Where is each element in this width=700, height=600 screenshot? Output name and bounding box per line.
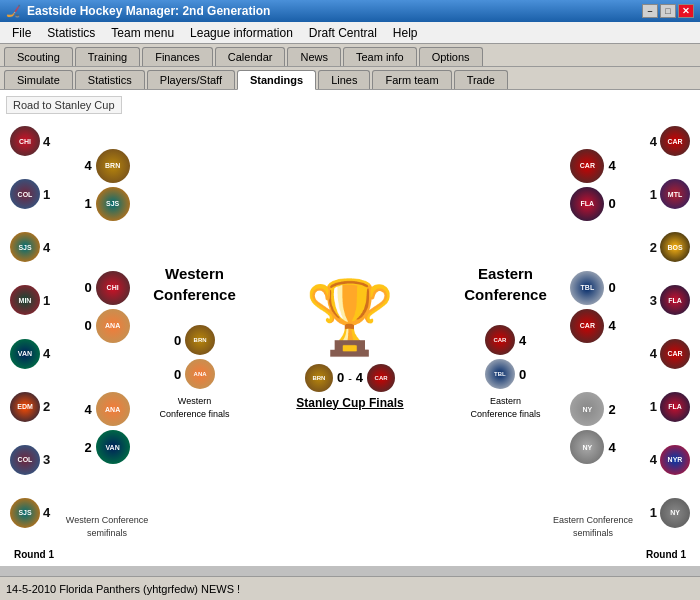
round1-left: CHI 4 COL 1 SJS 4 MIN 1 VAN 4 [6, 120, 62, 564]
tab-statistics[interactable]: Statistics [75, 70, 145, 89]
r2-right-pair1: CAR 4 FLA 0 [548, 145, 638, 225]
menu-league-information[interactable]: League information [182, 24, 301, 42]
score-sjs2: 4 [43, 505, 50, 520]
score-van: 4 [43, 346, 50, 361]
logo-car3: CAR [570, 149, 604, 183]
stanley-cup-finals-label: Stanley Cup Finals [296, 396, 403, 410]
ecf-score1: 4 [519, 333, 526, 348]
score-sjs: 4 [43, 240, 50, 255]
tab-team-info[interactable]: Team info [343, 47, 417, 66]
r2-score-brn: 4 [84, 158, 91, 173]
wcf-score1: 0 [174, 333, 181, 348]
r2-score-ana: 0 [84, 318, 91, 333]
round1-right: CAR 4 MTL 1 BOS 2 FLA 3 CAR 4 [638, 120, 694, 564]
menu-statistics[interactable]: Statistics [39, 24, 103, 42]
logo-sjs3: SJS [96, 187, 130, 221]
trophy-icon: 🏆 [305, 275, 395, 360]
r1-team-sjs2: SJS 4 [6, 496, 62, 530]
main-content: Road to Stanley Cup CHI 4 COL 1 SJS 4 MI… [0, 90, 700, 566]
tab-finances[interactable]: Finances [142, 47, 213, 66]
tab-calendar[interactable]: Calendar [215, 47, 286, 66]
logo-fla2: FLA [660, 392, 690, 422]
r2-score-chi2: 0 [84, 280, 91, 295]
ecf-score2: 0 [519, 367, 526, 382]
round2-right: CAR 4 FLA 0 TBL 0 CAR 4 [548, 120, 638, 564]
r2-score-van2: 2 [84, 440, 91, 455]
center-col: 🏆 BRN 0 - 4 CAR Stanley Cup Finals [237, 120, 463, 564]
menu-team-menu[interactable]: Team menu [103, 24, 182, 42]
close-button[interactable]: ✕ [678, 4, 694, 18]
r2r-score-tbl: 0 [608, 280, 615, 295]
tab-news[interactable]: News [287, 47, 341, 66]
r2-left-pair3: 4 ANA 2 VAN [62, 388, 152, 468]
ecf-label: EasternConference finals [470, 395, 540, 420]
logo-tbl: TBL [570, 271, 604, 305]
menu-bar: File Statistics Team menu League informa… [0, 22, 700, 44]
tab-lines[interactable]: Lines [318, 70, 370, 89]
r2r-score-fla: 0 [608, 196, 615, 211]
score-col2: 3 [43, 452, 50, 467]
r1-team-bos: BOS 2 [638, 230, 694, 264]
maximize-button[interactable]: □ [660, 4, 676, 18]
title-bar: 🏒 Eastside Hockey Manager: 2nd Generatio… [0, 0, 700, 22]
tab-options[interactable]: Options [419, 47, 483, 66]
r1-team-car: CAR 4 [638, 124, 694, 158]
logo-col: COL [10, 179, 40, 209]
logo-ecf2: TBL [485, 359, 515, 389]
minimize-button[interactable]: – [642, 4, 658, 18]
r1-team-fla: FLA 3 [638, 283, 694, 317]
logo-gen2: NY [570, 392, 604, 426]
logo-bos: BOS [660, 232, 690, 262]
tab-standings[interactable]: Standings [237, 70, 316, 90]
score-gen: 1 [650, 505, 657, 520]
logo-ana: ANA [96, 309, 130, 343]
logo-gen: NY [660, 498, 690, 528]
bracket-container: CHI 4 COL 1 SJS 4 MIN 1 VAN 4 [6, 120, 694, 564]
menu-file[interactable]: File [4, 24, 39, 42]
score-nyr: 4 [650, 452, 657, 467]
round2-left: 4 BRN 1 SJS 0 CHI 0 ANA [62, 120, 152, 564]
menu-help[interactable]: Help [385, 24, 426, 42]
r2r-score-car2: 4 [608, 318, 615, 333]
score-bos: 2 [650, 240, 657, 255]
tab-scouting[interactable]: Scouting [4, 47, 73, 66]
r1-team-edm: EDM 2 [6, 390, 62, 424]
logo-finals-e: CAR [367, 364, 395, 392]
r1-team-col2: COL 3 [6, 443, 62, 477]
east-semi-label: Eastern Conferencesemifinals [553, 514, 633, 539]
menu-draft-central[interactable]: Draft Central [301, 24, 385, 42]
score-edm: 2 [43, 399, 50, 414]
score-min: 1 [43, 293, 50, 308]
r2-right-pair3: NY 2 NY 4 [548, 388, 638, 468]
eastern-conference-label: EasternConference [464, 263, 547, 305]
score-fla2: 1 [650, 399, 657, 414]
tab-farm-team[interactable]: Farm team [372, 70, 451, 89]
r1-team-car2: CAR 4 [638, 337, 694, 371]
road-to-stanley-cup-label: Road to Stanley Cup [6, 96, 122, 114]
logo-sjs2: SJS [10, 498, 40, 528]
score-col: 1 [43, 187, 50, 202]
logo-min: MIN [10, 285, 40, 315]
logo-finals-w: BRN [305, 364, 333, 392]
logo-col2: COL [10, 445, 40, 475]
score-fla: 3 [650, 293, 657, 308]
r1-team-nyr: NYR 4 [638, 443, 694, 477]
logo-car4: CAR [570, 309, 604, 343]
r1-team-col: COL 1 [6, 177, 62, 211]
tab-simulate[interactable]: Simulate [4, 70, 73, 89]
score-car: 4 [650, 134, 657, 149]
logo-wcf1: BRN [185, 325, 215, 355]
app-icon: 🏒 [6, 4, 21, 18]
tab-training[interactable]: Training [75, 47, 140, 66]
wcf-score2: 0 [174, 367, 181, 382]
tab-trade[interactable]: Trade [454, 70, 508, 89]
tab-players-staff[interactable]: Players/Staff [147, 70, 235, 89]
logo-ana2: ANA [96, 392, 130, 426]
bottom-tab-row: Simulate Statistics Players/Staff Standi… [0, 67, 700, 90]
score-chi: 4 [43, 134, 50, 149]
logo-sjs: SJS [10, 232, 40, 262]
round1-right-label: Round 1 [638, 549, 694, 560]
r2-right-pair2: TBL 0 CAR 4 [548, 267, 638, 347]
r1-team-chi: CHI 4 [6, 124, 62, 158]
logo-van2: VAN [96, 430, 130, 464]
